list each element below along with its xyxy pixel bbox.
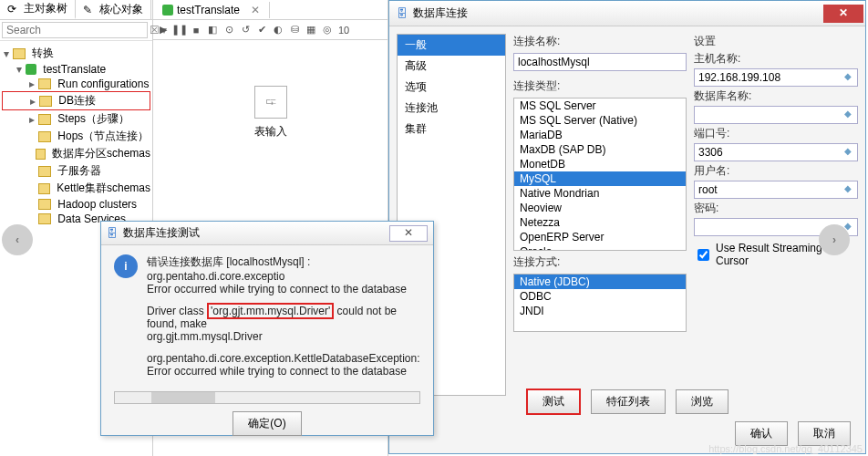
tree-node-runconfig[interactable]: ▸ Run configurations bbox=[2, 77, 150, 91]
test-result-dialog: 🗄 数据库连接测试 ✕ i 错误连接数据库 [localhostMysql] :… bbox=[100, 221, 434, 436]
transform-icon bbox=[26, 64, 36, 75]
horizontal-scrollbar[interactable] bbox=[114, 391, 420, 404]
search-input[interactable] bbox=[2, 22, 148, 38]
conn-name-input[interactable]: localhostMysql bbox=[513, 53, 687, 71]
tree-node-hops[interactable]: Hops（节点连接） bbox=[2, 128, 150, 145]
diamond-icon[interactable]: ◆ bbox=[844, 146, 852, 156]
close-button[interactable]: ✕ bbox=[823, 5, 863, 23]
diamond-icon[interactable]: ◆ bbox=[844, 71, 852, 81]
host-label: 主机名称: bbox=[694, 51, 858, 67]
conn-type-list[interactable]: MS SQL Server MS SQL Server (Native) Mar… bbox=[513, 98, 687, 251]
cancel-button[interactable]: 取消 bbox=[798, 421, 851, 446]
ok-button[interactable]: 确定(O) bbox=[232, 411, 301, 436]
list-item[interactable]: Native Mondrian bbox=[514, 186, 686, 201]
tab-label: testTranslate bbox=[177, 4, 240, 16]
tree-label: testTranslate bbox=[43, 63, 106, 76]
tree-label: 数据库分区schemas bbox=[52, 146, 150, 161]
db-input[interactable]: ◆ bbox=[694, 106, 858, 124]
test-button[interactable]: 测试 bbox=[526, 389, 581, 415]
folder-icon bbox=[38, 183, 50, 194]
list-item[interactable]: MaxDB (SAP DB) bbox=[514, 142, 686, 157]
stop-icon[interactable]: ■ bbox=[190, 24, 202, 36]
tree-node-dbconnection[interactable]: ▸ DB连接 bbox=[2, 91, 150, 110]
cat-general[interactable]: 一般 bbox=[398, 35, 505, 56]
tab-main-tree[interactable]: ⟳ 主对象树 bbox=[0, 0, 76, 19]
nav-prev-button[interactable]: ‹ bbox=[2, 224, 33, 255]
user-label: 用户名: bbox=[694, 163, 858, 179]
database-icon: 🗄 bbox=[107, 227, 118, 240]
database-icon: 🗄 bbox=[397, 7, 408, 20]
tree-node-steps[interactable]: ▸ Steps（步骤） bbox=[2, 110, 150, 128]
connection-mid-pane: 连接名称: localhostMysql 连接类型: MS SQL Server… bbox=[513, 34, 687, 396]
canvas-tab-testtranslate[interactable]: testTranslate ✕ bbox=[153, 2, 270, 18]
browse-button[interactable]: 浏览 bbox=[676, 389, 728, 414]
cat-advanced[interactable]: 高级 bbox=[398, 56, 505, 77]
debug-icon[interactable]: ⊙ bbox=[222, 24, 235, 36]
show-icon[interactable]: ◎ bbox=[321, 24, 334, 36]
port-input[interactable]: 3306◆ bbox=[694, 143, 858, 161]
conn-mode-list[interactable]: Native (JDBC) ODBC JNDI bbox=[513, 274, 687, 332]
preview-icon[interactable]: ◧ bbox=[206, 24, 219, 36]
cat-cluster[interactable]: 集群 bbox=[398, 119, 505, 140]
list-item[interactable]: ODBC bbox=[514, 289, 686, 304]
diamond-icon[interactable]: ◆ bbox=[844, 183, 852, 193]
list-item[interactable]: Netezza bbox=[514, 215, 686, 230]
checkbox-input[interactable] bbox=[698, 249, 709, 261]
tree-node-testtranslate[interactable]: ▾ testTranslate bbox=[2, 62, 150, 77]
list-item[interactable]: MonetDB bbox=[514, 157, 686, 171]
host-input[interactable]: 192.168.199.108◆ bbox=[694, 68, 858, 87]
sql-icon[interactable]: ⛁ bbox=[288, 24, 301, 36]
scroll-thumb[interactable] bbox=[151, 392, 215, 403]
list-item[interactable]: Neoview bbox=[514, 201, 686, 215]
dialog-titlebar[interactable]: 🗄 数据库连接 ✕ bbox=[389, 1, 865, 26]
diamond-icon[interactable]: ◆ bbox=[844, 109, 852, 119]
folder-icon bbox=[38, 114, 51, 125]
folder-icon bbox=[38, 213, 51, 224]
tree-label: Hops（节点连接） bbox=[57, 129, 149, 144]
msg-titlebar[interactable]: 🗄 数据库连接测试 ✕ bbox=[101, 222, 433, 245]
nav-next-button[interactable]: › bbox=[819, 224, 850, 255]
close-icon[interactable]: ✕ bbox=[251, 4, 260, 16]
explore-icon[interactable]: ▦ bbox=[305, 24, 317, 36]
list-item-native[interactable]: Native (JDBC) bbox=[514, 275, 686, 289]
zoom-label[interactable]: 10 bbox=[337, 24, 350, 36]
user-input[interactable]: root◆ bbox=[694, 181, 858, 199]
pause-icon[interactable]: ❚❚ bbox=[173, 24, 186, 36]
list-item[interactable]: MS SQL Server (Native) bbox=[514, 113, 686, 128]
run-icon[interactable]: ▶ bbox=[157, 24, 170, 36]
tree-label: 转换 bbox=[32, 46, 54, 61]
cat-options[interactable]: 选项 bbox=[398, 77, 505, 98]
ok-button[interactable]: 确认 bbox=[735, 421, 788, 446]
list-item-mysql[interactable]: MySQL bbox=[514, 171, 686, 186]
replay-icon[interactable]: ↺ bbox=[239, 24, 252, 36]
list-item[interactable]: MS SQL Server bbox=[514, 98, 686, 113]
impact-icon[interactable]: ◐ bbox=[272, 24, 284, 36]
tree-node-dbpartition[interactable]: 数据库分区schemas bbox=[2, 145, 150, 162]
close-button[interactable]: ✕ bbox=[389, 225, 428, 242]
list-item[interactable]: Oracle bbox=[514, 244, 686, 251]
canvas-step[interactable]: ⮓ 表输入 bbox=[243, 86, 298, 140]
cat-pool[interactable]: 连接池 bbox=[398, 98, 505, 119]
verify-icon[interactable]: ✔ bbox=[255, 24, 268, 36]
tree-node-subserver[interactable]: 子服务器 bbox=[2, 162, 150, 180]
search-row: ☒ ▾ bbox=[0, 20, 152, 41]
list-item[interactable]: MariaDB bbox=[514, 128, 686, 142]
pencil-icon: ✎ bbox=[83, 4, 96, 16]
tab-core-objects[interactable]: ✎ 核心对象 bbox=[76, 0, 151, 19]
tab-label: 主对象树 bbox=[24, 1, 67, 16]
tab-label: 核心对象 bbox=[99, 2, 143, 17]
list-item[interactable]: OpenERP Server bbox=[514, 230, 686, 244]
folder-icon bbox=[13, 48, 26, 59]
settings-pane: 设置 主机名称: 192.168.199.108◆ 数据库名称: ◆ 端口号: … bbox=[694, 34, 858, 396]
folder-icon bbox=[38, 199, 51, 210]
features-button[interactable]: 特征列表 bbox=[591, 389, 666, 414]
port-label: 端口号: bbox=[694, 126, 858, 141]
tree-node-hadoop[interactable]: Hadoop clusters bbox=[2, 197, 150, 212]
tree-node-kettlecluster[interactable]: Kettle集群schemas bbox=[2, 180, 150, 197]
tree-label: Hadoop clusters bbox=[57, 198, 137, 211]
msg-body: i 错误连接数据库 [localhostMysql] : org.pentaho… bbox=[101, 245, 433, 391]
list-item[interactable]: JNDI bbox=[514, 304, 686, 318]
tree-root[interactable]: ▾ 转换 bbox=[2, 45, 150, 62]
folder-icon bbox=[38, 166, 51, 177]
conn-name-label: 连接名称: bbox=[513, 34, 687, 49]
